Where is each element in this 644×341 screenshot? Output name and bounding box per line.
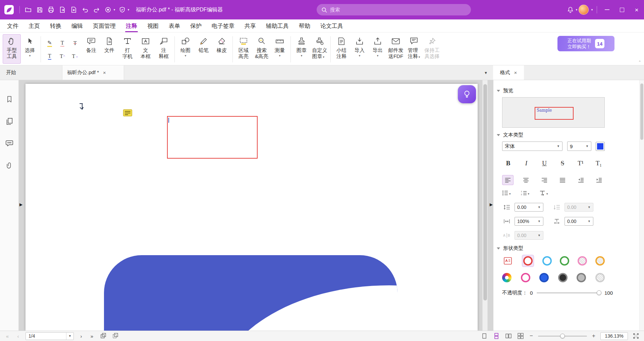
text-type-section-header[interactable]: 文本类型 [497,132,644,138]
note-comment-button[interactable]: 备注 [82,34,100,64]
collapse-ribbon-button[interactable]: ⌃ [638,60,641,64]
underline-button[interactable]: U [538,158,550,169]
drawing-button[interactable]: 绘图 ▾ [176,34,195,64]
replace-text-button[interactable]: T^ [56,50,69,63]
protect-button[interactable] [116,4,128,15]
subscript-button[interactable]: T₁ [593,158,605,169]
pdf-page[interactable] [25,84,478,331]
select-tool-button[interactable]: 选择 ▾ [21,34,39,64]
superscript-button[interactable]: T¹ [575,158,587,169]
menu-edit[interactable]: 编辑 [66,19,88,32]
increase-indent-button[interactable] [593,175,605,185]
eraser-button[interactable]: 橡皮 [213,34,231,64]
font-size-select[interactable]: 9▼ [567,141,591,151]
smart-tip-bulb-button[interactable] [458,85,476,103]
hand-tool-button[interactable]: 手型 工具 [3,34,21,64]
previous-page-button[interactable]: ‹ [15,333,21,339]
strikeout-button[interactable]: T [69,37,82,50]
shape-color-lightblue[interactable] [542,256,552,266]
shape-color-red-selected[interactable] [522,255,534,267]
account-caret-icon[interactable]: ▾ [590,8,594,11]
opacity-slider[interactable] [537,292,600,293]
bookmarks-panel-button[interactable] [4,94,14,104]
shape-color-magenta[interactable] [521,273,530,282]
zoom-slider[interactable] [538,336,587,337]
format-panel-close-icon[interactable]: × [514,70,517,75]
opacity-slider-thumb[interactable] [597,290,601,295]
import-button[interactable] [68,4,79,15]
textbox-button[interactable]: 文 本框 [137,34,155,64]
measure-button[interactable]: 测量 ▾ [271,34,289,64]
left-panel-expander[interactable]: ▶ [19,203,22,207]
align-left-button[interactable] [502,175,514,185]
menu-comment[interactable]: 注释 [121,19,142,32]
shape-type-section-header[interactable]: 形状类型 [497,245,644,251]
bold-button[interactable]: B [502,158,514,169]
insert-text-button[interactable]: T⌄ [69,50,82,63]
open-file-button[interactable] [22,4,34,15]
custom-stamp-button[interactable]: 自定义 图章▾ [311,34,329,64]
text-direction-button[interactable]: ▾ [539,190,548,195]
next-page-button[interactable]: › [78,333,85,339]
menu-share[interactable]: 共享 [239,19,261,32]
page-number-box[interactable]: 1/4 ▼ [25,332,74,340]
zoom-slider-thumb[interactable] [560,334,565,338]
menu-page-management[interactable]: 页面管理 [88,19,121,32]
panel-scrollbar-thumb[interactable] [640,83,643,140]
area-highlight-button[interactable]: 区域 高亮 [234,34,253,64]
touch-mode-caret-icon[interactable]: ▾ [112,8,116,11]
last-page-button[interactable]: » [89,333,95,339]
underline-text-button[interactable]: T [43,50,56,63]
manage-comments-button[interactable]: 管理 注释▾ [405,34,423,64]
fullscreen-button[interactable] [632,332,640,340]
minimize-button[interactable] [600,0,614,19]
vertical-scrollbar[interactable] [482,80,488,331]
print-button[interactable] [45,4,57,15]
summarize-comments-button[interactable]: 小结 注释 [332,34,351,64]
snapshot-button[interactable] [99,332,107,340]
touch-mode-button[interactable] [102,4,114,15]
font-family-select[interactable]: 宋体▼ [502,141,562,151]
single-page-view-button[interactable] [480,332,488,340]
maximize-button[interactable] [614,0,629,19]
save-button[interactable] [34,4,45,15]
tab-start[interactable]: 开始 [0,65,62,80]
pencil-tool-button[interactable]: 铅笔 [195,34,213,64]
menu-file[interactable]: 文件 [2,19,23,32]
squiggly-underline-button[interactable]: T [56,37,69,50]
shape-color-orange[interactable] [595,256,605,266]
rectangle-annotation[interactable] [167,116,258,159]
protect-caret-icon[interactable]: ▾ [126,8,130,11]
zoom-out-button[interactable]: − [529,333,534,339]
file-attachment-button[interactable]: 文件 [100,34,118,64]
horizontal-scale-input[interactable]: 100%▼ [515,217,543,226]
shape-color-pink[interactable] [578,256,587,266]
pages-panel-button[interactable] [4,116,14,126]
search-highlight-button[interactable]: 搜索 &高亮 [253,34,271,64]
align-center-button[interactable] [520,175,532,185]
scrollbar-thumb[interactable] [483,84,487,300]
continuous-facing-view-button[interactable] [517,332,525,340]
tab-list-caret-icon[interactable]: ▼ [484,71,488,75]
import-comments-button[interactable]: 导入 ▾ [351,34,369,64]
close-button[interactable]: × [629,0,644,19]
menu-help[interactable]: 帮助 [294,19,315,32]
email-fdf-button[interactable]: 邮件发 送FDF [387,34,405,64]
highlight-text-button[interactable]: ✎ [43,37,56,50]
zoom-in-button[interactable]: + [591,333,596,339]
clipboard-button[interactable] [111,332,119,340]
numbered-list-button[interactable]: 12 ▾ [521,190,530,195]
zoom-level-box[interactable]: 136.13% [600,332,628,340]
shape-color-blue-filled[interactable] [539,273,549,282]
menu-form[interactable]: 表单 [164,19,185,32]
strikethrough-button[interactable]: S [556,158,569,169]
preview-section-header[interactable]: 预览 [497,88,644,94]
comments-panel-button[interactable] [4,138,14,149]
undo-button[interactable] [79,4,91,15]
notifications-button[interactable] [565,4,576,15]
panel-scrollbar[interactable] [639,80,644,331]
menu-home[interactable]: 主页 [23,19,45,32]
search-input[interactable]: 搜索 [317,4,471,15]
shape-color-black-filled[interactable] [558,273,568,282]
callout-button[interactable]: 注 释框 [155,34,173,64]
